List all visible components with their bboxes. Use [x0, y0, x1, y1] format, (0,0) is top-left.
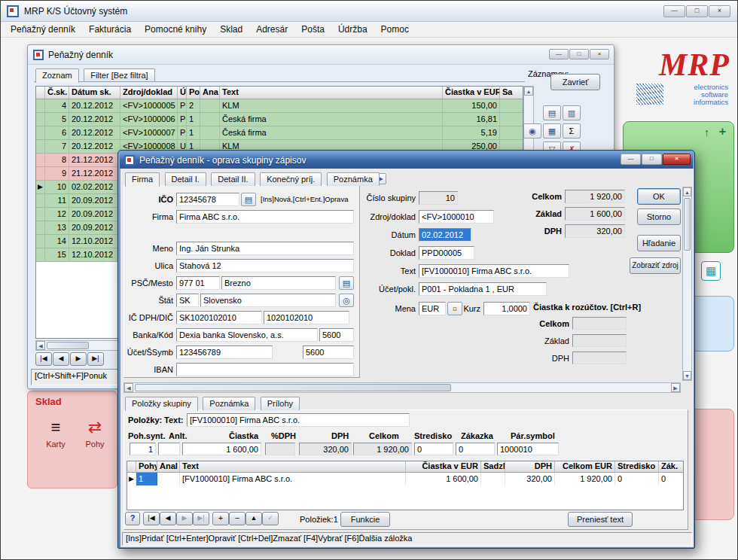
ciastka-field[interactable]: 1 600,00	[182, 443, 261, 455]
maximize-icon[interactable]: □	[686, 5, 708, 17]
dialog-titlebar[interactable]: Peňažný denník - oprava skupiny zápisov	[120, 152, 693, 169]
kurz-field[interactable]: 1,0000	[483, 302, 530, 315]
table-row[interactable]: 620.12.2012<FV>1000007P1Česká firma5,19	[36, 126, 523, 140]
last-record-icon[interactable]: ▶|	[87, 352, 104, 366]
preview-icon[interactable]: ▥	[563, 105, 581, 120]
tab-prilohy[interactable]: Prílohy	[261, 397, 300, 410]
confirm-item-icon[interactable]: ✓	[262, 512, 279, 525]
menu-adresar[interactable]: Adresár	[249, 23, 294, 36]
doklad-field[interactable]: PPD00005	[419, 246, 474, 260]
scroll-down-icon[interactable]: ▼	[683, 371, 691, 380]
ssymb-field[interactable]: 5600	[303, 345, 354, 359]
polozky-text-field[interactable]: [FV1000010] Firma ABC s.r.o.	[187, 413, 410, 427]
mena-field[interactable]: EUR	[419, 302, 446, 315]
tab-detail2[interactable]: Detail II.	[211, 172, 255, 186]
first-item-icon[interactable]: |◀	[143, 512, 160, 525]
ico-field[interactable]: 12345678	[176, 193, 239, 206]
stat-name-field[interactable]: Slovensko	[200, 294, 336, 307]
table-row[interactable]: 420.12.2012<FV>1000005P2KLM150,00	[36, 99, 523, 113]
minimize-icon[interactable]: —	[549, 49, 569, 59]
menu-pomocne-knihy[interactable]: Pomocné knihy	[138, 23, 213, 36]
scroll-thumb[interactable]	[47, 342, 89, 349]
menu-penazny-dennik[interactable]: Peňažný denník	[4, 23, 82, 36]
stredisko-field[interactable]: 0	[414, 443, 453, 455]
scroll-right-icon[interactable]: ▶	[671, 383, 680, 392]
edit-item-icon[interactable]: ▲	[245, 512, 262, 525]
preniest-text-button[interactable]: Preniesť text	[568, 512, 633, 527]
tab-poznamka[interactable]: Poznámka	[327, 172, 380, 186]
stat-code-field[interactable]: SK	[176, 294, 199, 307]
dic-field[interactable]: 1020102010	[264, 311, 349, 324]
text-field[interactable]: [FV1000010] Firma ABC s.r.o.	[419, 264, 569, 278]
prev-item-icon[interactable]: ◀	[160, 512, 176, 525]
close-journal-button[interactable]: Zavrieť	[550, 74, 600, 90]
scroll-left-icon[interactable]: ◀	[36, 341, 45, 350]
tab-zoznam[interactable]: Zoznam	[35, 68, 79, 83]
print-icon[interactable]: ▤	[543, 105, 561, 120]
ulica-field[interactable]: Stahová 12	[176, 259, 354, 272]
items-grid[interactable]: PohyAnalTextČiastka v EURSadzbDPHCelkom …	[127, 461, 684, 510]
zakazka-field[interactable]: 0	[456, 443, 495, 455]
tab-polozky-skupiny[interactable]: Položky skupiny	[125, 397, 198, 411]
tab-konecny-prij[interactable]: Konečný príj.	[260, 172, 322, 186]
menu-sklad[interactable]: Sklad	[213, 23, 249, 36]
scroll-thumb[interactable]	[684, 198, 691, 251]
help-icon[interactable]: ?	[125, 512, 140, 525]
calculator-icon[interactable]: ▦	[543, 123, 561, 138]
ok-button[interactable]: OK	[637, 188, 681, 205]
delete-item-icon[interactable]: −	[229, 512, 245, 525]
meno-field[interactable]: Ing. Ján Strunka	[176, 242, 354, 255]
dialog-vscrollbar[interactable]: ▲ ▼	[682, 187, 692, 381]
table-row[interactable]: 520.12.2012<FV>1000006P1Česká firma16,81	[36, 113, 523, 126]
banka-field[interactable]: Dexia banka Slovensko, a.s.	[176, 328, 318, 342]
address-icon[interactable]: ◉	[523, 123, 541, 138]
anlt-field[interactable]	[158, 443, 180, 455]
icdph-field[interactable]: SK1020102010	[176, 311, 262, 324]
prev-record-icon[interactable]: ◀	[53, 352, 69, 366]
close-icon[interactable]: ×	[663, 154, 691, 165]
ucet-field[interactable]: 123456789	[176, 345, 273, 359]
zobrazit-zdroj-button[interactable]: Zobraziť zdroj	[630, 257, 681, 274]
iban-field[interactable]	[176, 363, 354, 376]
tab-poznamka-bottom[interactable]: Poznámka	[203, 397, 255, 410]
journal-titlebar[interactable]: Peňažný denník	[28, 45, 614, 65]
menu-udrzba[interactable]: Údržba	[331, 23, 374, 36]
last-item-icon[interactable]: ▶|	[193, 512, 209, 525]
address-book-icon[interactable]: ▤	[241, 193, 256, 206]
sum-icon[interactable]: Σ	[563, 123, 581, 138]
tab-detail1[interactable]: Detail I.	[165, 172, 206, 186]
maximize-icon[interactable]: □	[642, 154, 662, 165]
ucet-pokl-field[interactable]: P001 - Pokladna 1 , EUR	[419, 282, 547, 296]
scroll-up-icon[interactable]: ▲	[524, 87, 533, 96]
maximize-icon[interactable]: □	[569, 49, 589, 59]
scroll-thumb[interactable]	[135, 384, 451, 391]
tab-filter[interactable]: Filter [Bez filtra]	[84, 68, 154, 82]
sklad-pohyby-button[interactable]: ⇄ Pohy	[78, 418, 112, 450]
sklad-karty-button[interactable]: ≡ Karty	[38, 418, 73, 450]
scroll-left-icon[interactable]: ◀	[124, 383, 133, 392]
psc-field[interactable]: 977 01	[176, 276, 220, 290]
datum-field[interactable]: 02.02.2012	[419, 228, 471, 242]
minimize-icon[interactable]: —	[621, 154, 641, 165]
poh-synt-field[interactable]: 1	[130, 443, 156, 455]
scroll-up-icon[interactable]: ▲	[683, 187, 691, 196]
par-symbol-field[interactable]: 1000010	[497, 443, 559, 455]
dialog-hscrollbar[interactable]: ◀ ▶	[124, 382, 681, 393]
funkcie-button[interactable]: Funkcie	[340, 512, 390, 527]
mesto-field[interactable]: Brezno	[221, 276, 336, 290]
storno-button[interactable]: Storno	[637, 208, 681, 225]
close-icon[interactable]: ×	[709, 5, 730, 17]
bank-kod-field[interactable]: 5600	[319, 328, 354, 342]
menu-posta[interactable]: Pošta	[294, 23, 331, 36]
next-item-icon[interactable]: ▶	[176, 512, 193, 525]
menu-pomoc[interactable]: Pomoc	[374, 23, 416, 36]
close-icon[interactable]: ×	[590, 49, 609, 59]
firma-field[interactable]: Firma ABC s.r.o.	[176, 210, 354, 224]
minimize-icon[interactable]: —	[663, 5, 685, 17]
tab-firma[interactable]: Firma	[125, 172, 160, 187]
hladanie-button[interactable]: Hľadanie	[637, 235, 681, 251]
next-record-icon[interactable]: ▶	[70, 352, 87, 366]
zdroj-doklad-field[interactable]: <FV>1000010	[419, 210, 494, 224]
first-record-icon[interactable]: |◀	[35, 352, 52, 366]
add-item-icon[interactable]: +	[212, 512, 229, 525]
